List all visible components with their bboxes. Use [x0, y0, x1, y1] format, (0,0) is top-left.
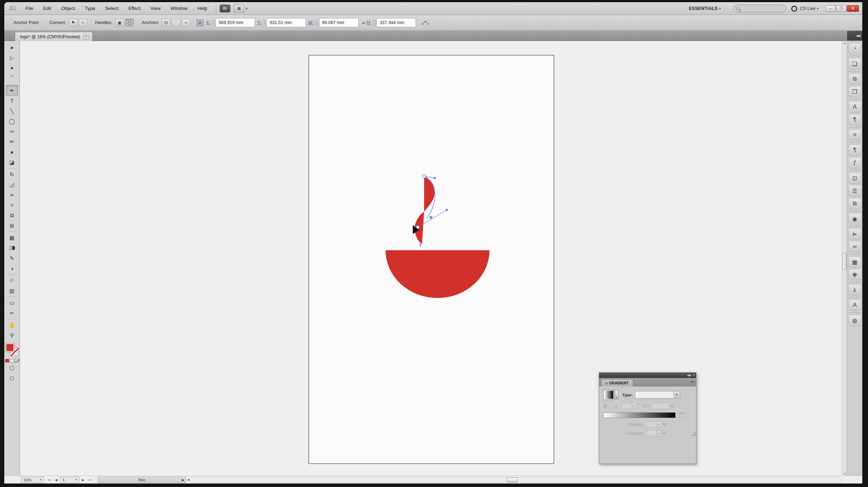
opacity-field-btn-icon[interactable]: ▶: [656, 422, 661, 427]
cs-live-caret-icon[interactable]: ▾: [817, 7, 818, 10]
opentype-panel-icon[interactable]: ƒ: [849, 157, 861, 168]
remove-anchor-icon[interactable]: ℺: [162, 19, 170, 27]
scroll-left-icon[interactable]: ◀: [187, 478, 189, 481]
paragraph-styles-panel-icon[interactable]: ¶: [849, 114, 861, 125]
align-panel-icon[interactable]: ☰: [849, 185, 861, 196]
first-artboard-button[interactable]: ⇤: [47, 478, 53, 482]
gradient-swatch-caret-icon[interactable]: ▾: [615, 390, 619, 400]
handle-endpoint-mid[interactable]: [446, 209, 448, 211]
drawing-modes-button[interactable]: ▢: [6, 362, 18, 373]
symbols-panel-icon[interactable]: ⊳: [849, 228, 861, 240]
menu-item-file[interactable]: File: [21, 2, 38, 15]
zoom-level-dropdown[interactable]: 16% ▾: [21, 477, 44, 483]
location-field[interactable]: ▶: [646, 430, 661, 436]
last-artboard-button[interactable]: ⇥: [86, 478, 93, 482]
x-label[interactable]: X:: [206, 20, 210, 25]
menu-item-object[interactable]: Object: [56, 2, 80, 15]
appearance-grid-panel-icon[interactable]: ▦: [849, 256, 861, 268]
scroll-down-icon[interactable]: ▼: [842, 472, 847, 475]
column-graph-tool[interactable]: ▥: [6, 286, 18, 296]
panel-resize-grip[interactable]: [692, 432, 695, 436]
h-label[interactable]: H:: [367, 20, 371, 25]
artboards-panel-icon[interactable]: A: [849, 299, 861, 311]
connect-path-icon[interactable]: ⌒: [172, 19, 180, 27]
selection-tool[interactable]: ➤: [6, 42, 18, 53]
swatches-panel-icon[interactable]: ❏: [849, 58, 861, 69]
zoom-tool[interactable]: ⚲: [6, 330, 18, 340]
gradient-panel[interactable]: ◀◀ ✕ ◇ GRADIENT ▾≡ ▾ Type: ▼ ⇄ △: [599, 372, 696, 464]
status-tool-indicator[interactable]: Pen ▶: [98, 477, 186, 483]
artboard-tool[interactable]: ▭: [6, 298, 18, 308]
symbol-sprayer-tool[interactable]: ⚐: [6, 275, 18, 286]
stroke-panel-icon[interactable]: ≡: [849, 129, 861, 141]
graphic-styles-panel-icon[interactable]: ⧉: [849, 73, 861, 85]
gradient-angle-field[interactable]: ▶: [621, 403, 637, 409]
status-menu-icon[interactable]: ▶: [182, 478, 184, 482]
direct-selection-tool[interactable]: ▷: [6, 53, 18, 63]
panel-collapse-icon[interactable]: ◀◀: [687, 374, 690, 377]
line-segment-tool[interactable]: ╲: [6, 106, 18, 116]
gradient-fill-swatch[interactable]: [603, 390, 614, 400]
hand-tool[interactable]: ✋: [6, 320, 18, 330]
bridge-button[interactable]: Br: [220, 5, 230, 12]
show-handles-icon[interactable]: ▣: [115, 19, 124, 27]
navigator-panel-icon[interactable]: ◍: [849, 315, 861, 326]
panel-close-icon[interactable]: ✕: [693, 374, 695, 377]
x-stepper[interactable]: ▴▾: [212, 20, 215, 25]
appearance-panel-icon[interactable]: ❐: [849, 86, 861, 97]
lasso-tool[interactable]: ⌒: [6, 73, 18, 84]
screen-mode-button[interactable]: ◻: [6, 373, 18, 383]
y-stepper[interactable]: ▴▾: [262, 20, 266, 25]
y-label[interactable]: Y:: [257, 20, 261, 25]
h-input[interactable]: [376, 18, 416, 27]
perspective-grid-tool[interactable]: ⊞: [6, 220, 18, 231]
vertical-scroll-thumb[interactable]: [843, 253, 846, 269]
y-input[interactable]: [266, 18, 306, 27]
shape-builder-tool[interactable]: ⧉: [6, 210, 18, 220]
blend-tool[interactable]: ◑: [6, 263, 18, 274]
tab-close-icon[interactable]: ✕: [83, 34, 89, 39]
menu-item-type[interactable]: Type: [80, 2, 100, 15]
paragraph-panel-icon[interactable]: ¶: [849, 144, 861, 156]
rotate-tool[interactable]: ↻: [6, 169, 18, 179]
gradient-tool[interactable]: [6, 243, 18, 253]
horizontal-scrollbar[interactable]: ◀: [190, 477, 841, 483]
canvas[interactable]: [20, 41, 842, 476]
paintbrush-tool[interactable]: ✑: [6, 126, 18, 137]
menu-item-window[interactable]: Window: [166, 2, 192, 15]
gradient-tab[interactable]: ◇ GRADIENT: [601, 379, 633, 386]
search-input[interactable]: [733, 5, 786, 12]
character-styles-panel-icon[interactable]: A: [849, 101, 861, 113]
eraser-tool[interactable]: ◪: [6, 157, 18, 167]
symbol-tools-panel-icon[interactable]: ⅄: [849, 284, 861, 296]
reverse-gradient-icon[interactable]: ⇄: [603, 403, 607, 408]
gradient-type-caret-icon[interactable]: ▼: [673, 391, 680, 398]
horizontal-scroll-thumb[interactable]: [507, 477, 518, 482]
menu-item-help[interactable]: Help: [192, 2, 212, 15]
transform-options-icon[interactable]: ⤢⤡: [422, 20, 428, 26]
w-input[interactable]: [319, 18, 359, 27]
prev-artboard-button[interactable]: ◀: [53, 478, 59, 482]
color-guide-panel-icon[interactable]: ✾: [849, 269, 861, 280]
w-stepper[interactable]: ▴▾: [315, 20, 318, 25]
menu-item-view[interactable]: View: [145, 2, 166, 15]
color-mode-button[interactable]: [5, 359, 9, 362]
gradient-slider[interactable]: [603, 412, 676, 418]
arrange-documents-caret-icon[interactable]: ▾: [246, 7, 248, 10]
none-mode-button[interactable]: [15, 359, 19, 362]
anchor-point-top[interactable]: [423, 175, 426, 178]
slice-tool[interactable]: ✂: [6, 308, 18, 318]
hide-handles-icon[interactable]: ▢: [125, 19, 134, 27]
cut-path-icon[interactable]: ⌁: [182, 19, 190, 27]
angle-field-btn-icon[interactable]: ▶: [632, 403, 637, 409]
restore-button[interactable]: ❐: [836, 5, 846, 12]
next-artboard-button[interactable]: ▶: [80, 478, 86, 482]
eyedropper-tool[interactable]: ✎: [6, 253, 18, 263]
gradient-type-dropdown[interactable]: ▼: [635, 391, 680, 399]
h-stepper[interactable]: ▴▾: [372, 20, 376, 25]
type-tool[interactable]: T: [6, 96, 18, 106]
pen-tool[interactable]: ✒: [6, 85, 18, 96]
transparency-panel-icon[interactable]: ◉: [849, 213, 861, 224]
cs-live-menu[interactable]: CS Live: [800, 6, 816, 11]
delete-stop-icon[interactable]: [679, 413, 684, 418]
